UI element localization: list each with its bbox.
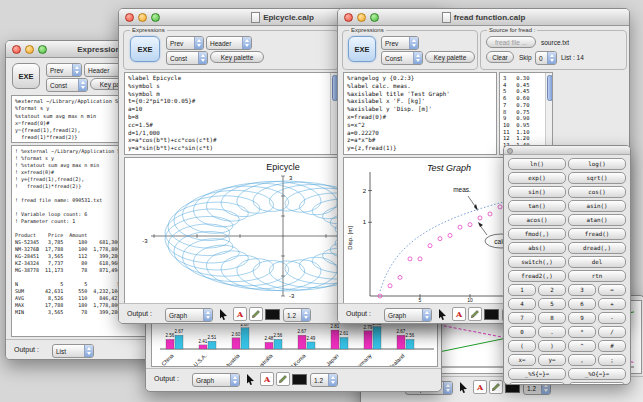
keypad-button[interactable]: ; [598,354,626,366]
keypad-button[interactable]: 9 [568,312,596,324]
output-mode-popup[interactable]: Graph [384,308,432,322]
const-popup[interactable]: Const [381,51,423,65]
minimize-button[interactable] [138,13,147,22]
const-popup[interactable]: Const [46,78,88,92]
scrollbar[interactable] [330,73,337,154]
pencil-tool-icon[interactable] [249,307,263,321]
keypad-button[interactable]: 0 [508,326,536,338]
prev-popup[interactable]: Prev [166,36,204,50]
cursor-tool-icon[interactable] [459,380,468,398]
keypad-button[interactable]: fmod(,) [508,228,566,240]
keypad-button[interactable]: , [568,354,596,366]
exe-button[interactable]: EXE [348,36,376,62]
minimize-button[interactable] [25,45,34,54]
pencil-tool-icon[interactable] [468,307,482,321]
scrollbar[interactable] [545,73,552,154]
keypad-button[interactable]: 1 [508,284,536,296]
keypad-button[interactable]: _%0 [508,382,566,385]
keypad-button[interactable]: rtn [568,270,626,282]
keypad-button[interactable]: sin() [508,186,566,198]
close-button[interactable] [507,148,513,154]
keypad-button[interactable]: del [568,256,626,268]
skip-popup[interactable]: 0 [535,51,557,65]
keypad-button[interactable]: cos() [568,186,626,198]
keypad-button[interactable]: fread() [568,228,626,240]
keypad-button[interactable]: . [538,326,566,338]
output-mode-popup[interactable]: Graph [192,373,240,387]
header-popup[interactable]: Header [206,36,252,50]
text-annotation-tool[interactable]: A [473,380,487,394]
exe-button[interactable]: EXE [130,36,160,62]
keypad-button[interactable]: abs() [508,242,566,254]
close-button[interactable] [344,13,353,22]
key-palette-button[interactable]: Key palette [425,51,475,63]
keypad-button[interactable]: asin() [568,200,626,212]
keypad-button[interactable]: 4 [508,298,536,310]
keypad-button[interactable]: + [598,298,626,310]
zoom-button[interactable] [370,13,379,22]
close-button[interactable] [125,13,134,22]
output-mode-popup[interactable]: Graph [165,308,213,322]
color-swatch[interactable] [265,309,280,320]
keypad-button[interactable]: # [598,340,626,352]
keypad-button[interactable]: = [598,284,626,296]
exe-button[interactable]: EXE [12,63,40,89]
pencil-tool-icon[interactable] [489,380,503,394]
close-button[interactable] [12,45,21,54]
keypad-button[interactable]: log() [568,158,626,170]
keypad-button[interactable]: 7 [508,312,536,324]
linewidth-popup[interactable]: 1.2 [310,373,338,387]
text-annotation-tool[interactable]: A [233,307,247,321]
prev-popup[interactable]: Prev [381,36,419,50]
fread-data-list[interactable]: 3 0.30 4 0.45 5 0.45 6 0.60 7 0.70 8 0.7… [499,72,553,155]
keypad-button[interactable]: fread2(,) [508,270,566,282]
minimize-button[interactable] [357,13,366,22]
palette-titlebar[interactable] [504,146,630,155]
linewidth-popup[interactable]: 1.2 [283,308,311,322]
keypad-button[interactable]: _%S{=}= [508,368,566,380]
cursor-tool-icon[interactable] [219,307,228,324]
keypad-button[interactable]: switch(,) [508,256,566,268]
clear-button[interactable]: Clear [486,51,514,63]
scrollbar-thumb[interactable] [547,75,553,101]
prev-popup[interactable]: Prev [46,63,82,77]
keypad-button[interactable]: =%init= [568,382,626,385]
text-annotation-tool[interactable]: A [452,307,466,321]
zoom-button[interactable] [38,45,47,54]
keypad-button[interactable]: dread(,) [568,242,626,254]
keypad-button[interactable]: _%O{=}= [568,368,626,380]
color-swatch[interactable] [484,309,499,320]
keypad-button[interactable]: ( [508,340,536,352]
keypad-button[interactable]: sqrt() [568,172,626,184]
keypad-button[interactable]: 3 [568,284,596,296]
keypad-button[interactable]: x= [508,354,536,366]
zoom-button[interactable] [151,13,160,22]
keypad-button[interactable]: ln() [508,158,566,170]
keypad-button[interactable]: acos() [508,214,566,226]
text-annotation-tool[interactable]: A [260,372,274,386]
keypad-button[interactable]: atan() [568,214,626,226]
keypad-button[interactable]: - [598,312,626,324]
keypad-button[interactable]: tan() [508,200,566,212]
keypad-button[interactable]: / [598,326,626,338]
const-popup[interactable]: Const [166,51,208,65]
titlebar[interactable]: fread function.calp [338,9,629,26]
keypad-button[interactable]: 6 [568,298,596,310]
expression-editor[interactable]: %rangelog y {0.2:3} %label calc. meas. %… [343,72,497,155]
keypad-button[interactable]: ) [538,340,566,352]
keypad-button[interactable]: y= [538,354,566,366]
key-palette-button[interactable]: Key palette [210,51,264,63]
keypad-button[interactable]: 8 [538,312,566,324]
pencil-tool-icon[interactable] [276,372,290,386]
fread-file-button[interactable]: fread file ... [486,36,536,48]
keypad-button[interactable]: ^ [568,340,596,352]
keypad-button[interactable]: 5 [538,298,566,310]
cursor-tool-icon[interactable] [438,307,447,324]
keypad-button[interactable]: * [568,326,596,338]
cursor-tool-icon[interactable] [246,372,255,390]
output-mode-popup[interactable]: List [52,344,94,358]
color-swatch[interactable] [292,374,307,385]
expression-editor[interactable]: %label Epicycle %symbol s %symbol m t={0… [124,72,338,155]
keypad-button[interactable]: exp() [508,172,566,184]
keypad-button[interactable]: 2 [538,284,566,296]
